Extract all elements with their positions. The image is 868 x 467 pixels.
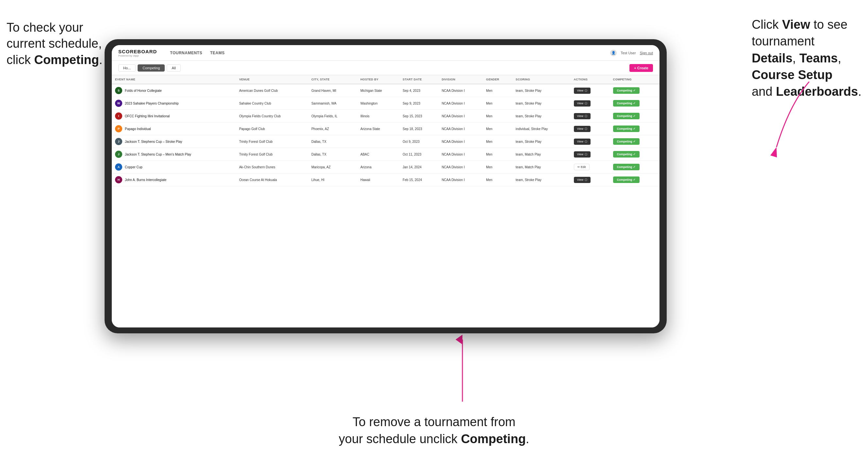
- cell-gender: Men: [483, 97, 513, 110]
- team-logo: P: [115, 125, 122, 132]
- competing-badge[interactable]: Competing ✓: [613, 113, 640, 119]
- cell-scoring: team, Match Play: [513, 161, 570, 174]
- cell-competing[interactable]: Competing ✓: [610, 174, 659, 186]
- view-button[interactable]: View ⓘ: [574, 138, 591, 145]
- cell-competing[interactable]: Competing ✓: [610, 123, 659, 135]
- team-logo: I: [115, 113, 122, 120]
- cell-city: Phoenix, AZ: [308, 123, 357, 135]
- arrow-bottom: [453, 336, 472, 408]
- cell-city: Dallas, TX: [308, 148, 357, 161]
- cell-scoring: individual, Stroke Play: [513, 123, 570, 135]
- user-name: Test User: [621, 51, 636, 55]
- edit-button[interactable]: ✏ Edit: [574, 164, 590, 170]
- cell-division: NCAA Division I: [438, 110, 483, 123]
- cell-competing[interactable]: Competing ✓: [610, 97, 659, 110]
- cell-venue: Ocean Course At Hokuala: [236, 174, 308, 186]
- cell-hosted: Arizona State: [357, 123, 399, 135]
- cell-scoring: team, Stroke Play: [513, 174, 570, 186]
- cell-gender: Men: [483, 123, 513, 135]
- col-start-date: START DATE: [399, 75, 438, 84]
- team-logo: J: [115, 138, 122, 145]
- col-scoring: SCORING: [513, 75, 570, 84]
- tablet-screen: SCOREBOARD Powered by clippi TOURNAMENTS…: [112, 45, 659, 328]
- view-button[interactable]: View ⓘ: [574, 177, 591, 183]
- annotation-top-left: To check your current schedule, click Co…: [6, 20, 102, 68]
- cell-division: NCAA Division I: [438, 174, 483, 186]
- table-row: P Papago Individual Papago Golf ClubPhoe…: [112, 123, 659, 135]
- view-button[interactable]: View ⓘ: [574, 113, 591, 119]
- cell-scoring: team, Stroke Play: [513, 97, 570, 110]
- view-button[interactable]: View ⓘ: [574, 126, 591, 132]
- logo-title: SCOREBOARD: [118, 49, 157, 54]
- cell-hosted: Illinois: [357, 110, 399, 123]
- competing-badge[interactable]: Competing ✓: [613, 164, 640, 170]
- cell-competing[interactable]: Competing ✓: [610, 110, 659, 123]
- sign-out-link[interactable]: Sign out: [640, 51, 653, 55]
- cell-division: NCAA Division I: [438, 123, 483, 135]
- event-name-text: Papago Individual: [125, 127, 151, 131]
- cell-hosted: [357, 135, 399, 148]
- cell-start-date: Oct 9, 2023: [399, 135, 438, 148]
- scoreboard-logo: SCOREBOARD Powered by clippi: [118, 49, 157, 57]
- cell-action[interactable]: View ⓘ: [570, 123, 610, 135]
- create-button[interactable]: + Create: [629, 64, 653, 72]
- cell-event-name: H John A. Burns Intercollegiate: [112, 174, 236, 186]
- cell-venue: Ak-Chin Southern Dunes: [236, 161, 308, 174]
- user-icon: 👤: [610, 50, 617, 56]
- toolbar: Ho... Competing All + Create: [112, 61, 659, 75]
- competing-badge[interactable]: Competing ✓: [613, 125, 640, 132]
- cell-competing[interactable]: Competing ✓: [610, 84, 659, 97]
- cell-city: Grand Haven, MI: [308, 84, 357, 97]
- competing-badge[interactable]: Competing ✓: [613, 87, 640, 94]
- cell-event-name: W 2023 Sahalee Players Championship: [112, 97, 236, 110]
- tab-competing[interactable]: Competing: [137, 64, 165, 71]
- team-logo: S: [115, 87, 122, 94]
- cell-action[interactable]: View ⓘ: [570, 148, 610, 161]
- col-competing: COMPETING: [610, 75, 659, 84]
- competing-badge[interactable]: Competing ✓: [613, 177, 640, 183]
- cell-competing[interactable]: Competing ✓: [610, 161, 659, 174]
- cell-action[interactable]: View ⓘ: [570, 174, 610, 186]
- view-button[interactable]: View ⓘ: [574, 151, 591, 157]
- competing-badge[interactable]: Competing ✓: [613, 138, 640, 145]
- tab-all[interactable]: All: [167, 64, 180, 71]
- navbar: SCOREBOARD Powered by clippi TOURNAMENTS…: [112, 45, 659, 61]
- annotation-bottom: To remove a tournament from your schedul…: [339, 414, 529, 447]
- col-event-name: EVENT NAME: [112, 75, 236, 84]
- cell-action[interactable]: View ⓘ: [570, 84, 610, 97]
- cell-start-date: Sep 15, 2023: [399, 110, 438, 123]
- cell-gender: Men: [483, 135, 513, 148]
- cell-start-date: Jan 14, 2024: [399, 161, 438, 174]
- cell-event-name: J Jackson T. Stephens Cup – Stroke Play: [112, 135, 236, 148]
- cell-competing[interactable]: Competing ✓: [610, 148, 659, 161]
- cell-event-name: J Jackson T. Stephens Cup – Men's Match …: [112, 148, 236, 161]
- competing-badge[interactable]: Competing ✓: [613, 100, 640, 106]
- competing-badge[interactable]: Competing ✓: [613, 151, 640, 157]
- nav-teams[interactable]: TEAMS: [210, 49, 225, 57]
- cell-competing[interactable]: Competing ✓: [610, 135, 659, 148]
- cell-scoring: team, Stroke Play: [513, 110, 570, 123]
- cell-division: NCAA Division I: [438, 161, 483, 174]
- cell-venue: Trinity Forest Golf Club: [236, 135, 308, 148]
- arrow-right-top: [750, 72, 835, 170]
- table-container[interactable]: EVENT NAME VENUE CITY, STATE HOSTED BY S…: [112, 75, 659, 328]
- cell-start-date: Feb 15, 2024: [399, 174, 438, 186]
- view-button[interactable]: View ⓘ: [574, 100, 591, 106]
- event-name-text: Folds of Honor Collegiate: [125, 89, 162, 92]
- cell-action[interactable]: ✏ Edit: [570, 161, 610, 174]
- tab-home[interactable]: Ho...: [118, 64, 135, 71]
- cell-city: Sammamish, WA: [308, 97, 357, 110]
- nav-tournaments[interactable]: TOURNAMENTS: [170, 49, 202, 57]
- cell-gender: Men: [483, 148, 513, 161]
- cell-action[interactable]: View ⓘ: [570, 135, 610, 148]
- table-body: S Folds of Honor Collegiate American Dun…: [112, 84, 659, 186]
- col-city-state: CITY, STATE: [308, 75, 357, 84]
- cell-gender: Men: [483, 110, 513, 123]
- view-button[interactable]: View ⓘ: [574, 88, 591, 94]
- cell-action[interactable]: View ⓘ: [570, 97, 610, 110]
- event-name-text: Copper Cup: [125, 165, 143, 169]
- event-name-text: Jackson T. Stephens Cup – Stroke Play: [125, 140, 182, 144]
- cell-division: NCAA Division I: [438, 97, 483, 110]
- cell-action[interactable]: View ⓘ: [570, 110, 610, 123]
- event-name-text: OFCC Fighting Illini Invitational: [125, 114, 169, 118]
